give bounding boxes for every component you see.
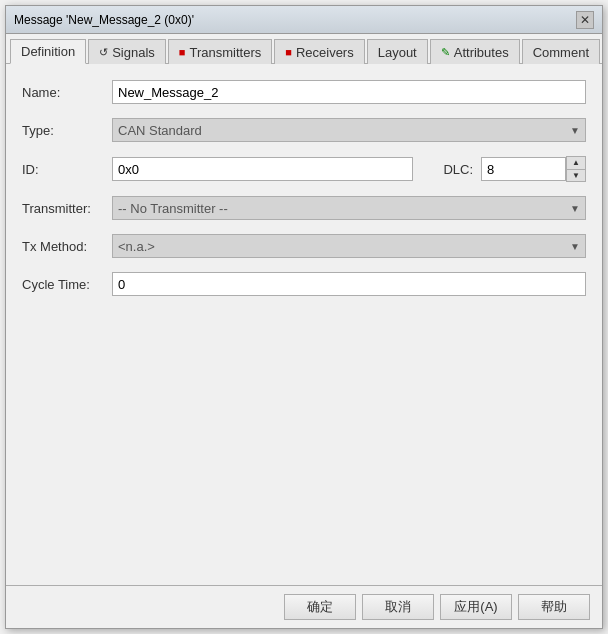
type-select-wrapper: CAN Standard ▼	[112, 118, 586, 142]
dlc-increment-button[interactable]: ▲	[567, 157, 585, 169]
dlc-input[interactable]	[481, 157, 566, 181]
tab-attributes[interactable]: ✎ Attributes	[430, 39, 520, 64]
close-button[interactable]: ✕	[576, 11, 594, 29]
tab-definition[interactable]: Definition	[10, 39, 86, 64]
type-label: Type:	[22, 123, 112, 138]
tab-attributes-label: Attributes	[454, 45, 509, 60]
transmitter-label: Transmitter:	[22, 201, 112, 216]
tx-method-select[interactable]: <n.a.> ▼	[112, 234, 586, 258]
tab-signals[interactable]: ↺ Signals	[88, 39, 166, 64]
window-title: Message 'New_Message_2 (0x0)'	[14, 13, 194, 27]
content-area: Name: Type: CAN Standard ▼ ID: DLC:	[6, 64, 602, 585]
id-label: ID:	[22, 162, 112, 177]
attributes-icon: ✎	[441, 46, 450, 59]
name-input[interactable]	[112, 80, 586, 104]
tab-definition-label: Definition	[21, 44, 75, 59]
tab-receivers-label: Receivers	[296, 45, 354, 60]
type-row: Type: CAN Standard ▼	[22, 118, 586, 142]
footer: 确定 取消 应用(A) 帮助	[6, 585, 602, 628]
confirm-button[interactable]: 确定	[284, 594, 356, 620]
dlc-decrement-button[interactable]: ▼	[567, 169, 585, 181]
tab-receivers[interactable]: ■ Receivers	[274, 39, 364, 64]
tab-signals-label: Signals	[112, 45, 155, 60]
cancel-button[interactable]: 取消	[362, 594, 434, 620]
dlc-spinner: ▲ ▼	[481, 156, 586, 182]
transmitter-select-wrapper: -- No Transmitter -- ▼	[112, 196, 586, 220]
tx-method-select-wrapper: <n.a.> ▼	[112, 234, 586, 258]
tab-bar: Definition ↺ Signals ■ Transmitters ■ Re…	[6, 34, 602, 64]
dlc-spinner-buttons: ▲ ▼	[566, 156, 586, 182]
transmitter-select-value: -- No Transmitter --	[118, 201, 228, 216]
cycle-time-input[interactable]	[112, 272, 586, 296]
main-window: Message 'New_Message_2 (0x0)' ✕ Definiti…	[5, 5, 603, 629]
cycle-time-row: Cycle Time:	[22, 272, 586, 296]
type-chevron-icon: ▼	[570, 125, 580, 136]
tab-transmitters[interactable]: ■ Transmitters	[168, 39, 272, 64]
cycle-time-field-wrapper	[112, 272, 586, 296]
receivers-icon: ■	[285, 46, 292, 58]
tab-transmitters-label: Transmitters	[190, 45, 262, 60]
tx-method-select-value: <n.a.>	[118, 239, 155, 254]
name-row: Name:	[22, 80, 586, 104]
tx-method-chevron-icon: ▼	[570, 241, 580, 252]
transmitter-select[interactable]: -- No Transmitter -- ▼	[112, 196, 586, 220]
transmitter-row: Transmitter: -- No Transmitter -- ▼	[22, 196, 586, 220]
dlc-label: DLC:	[443, 162, 473, 177]
name-field-wrapper	[112, 80, 586, 104]
tab-layout-label: Layout	[378, 45, 417, 60]
tab-comment-label: Comment	[533, 45, 589, 60]
help-button[interactable]: 帮助	[518, 594, 590, 620]
signals-icon: ↺	[99, 46, 108, 59]
type-select-value: CAN Standard	[118, 123, 202, 138]
title-bar: Message 'New_Message_2 (0x0)' ✕	[6, 6, 602, 34]
type-select[interactable]: CAN Standard ▼	[112, 118, 586, 142]
name-label: Name:	[22, 85, 112, 100]
tx-method-label: Tx Method:	[22, 239, 112, 254]
transmitters-icon: ■	[179, 46, 186, 58]
tx-method-row: Tx Method: <n.a.> ▼	[22, 234, 586, 258]
transmitter-chevron-icon: ▼	[570, 203, 580, 214]
tab-comment[interactable]: Comment	[522, 39, 600, 64]
id-dlc-row: ID: DLC: ▲ ▼	[22, 156, 586, 182]
tab-layout[interactable]: Layout	[367, 39, 428, 64]
apply-button[interactable]: 应用(A)	[440, 594, 512, 620]
cycle-time-label: Cycle Time:	[22, 277, 112, 292]
id-input[interactable]	[112, 157, 413, 181]
